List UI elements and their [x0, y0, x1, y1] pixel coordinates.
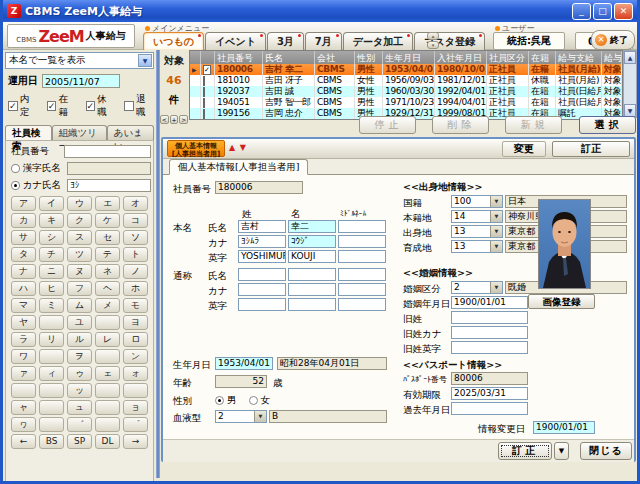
row-checkbox[interactable] [203, 87, 205, 97]
checkbox-icon[interactable] [124, 101, 134, 111]
kana-key[interactable]: ← [11, 434, 36, 449]
kana-key[interactable]: SP [67, 434, 92, 449]
kanji-name-radio[interactable] [11, 164, 20, 173]
kana-key[interactable] [39, 400, 64, 415]
kana-key[interactable]: ュ [67, 400, 92, 415]
origin-code-dropdown[interactable]: 13▼ [451, 225, 503, 238]
middle-kana-field[interactable] [338, 235, 386, 248]
kana-key[interactable]: エ [95, 196, 120, 211]
birthdate-field[interactable]: 1953/04/01 [215, 357, 273, 370]
checkbox-icon[interactable] [86, 101, 96, 111]
alias-given-roman-field[interactable] [288, 298, 336, 311]
col-name[interactable]: 氏名 [263, 51, 315, 64]
menu-pager-up-button[interactable]: ▴ [427, 32, 439, 40]
kana-key[interactable] [95, 400, 120, 415]
origin-code-dropdown[interactable]: 100▼ [451, 195, 503, 208]
alias-given-field[interactable] [288, 268, 336, 281]
kana-key[interactable]: チ [39, 247, 64, 262]
col-payroll[interactable]: 給与 [602, 51, 622, 64]
menu-tab[interactable]: イベント [205, 32, 266, 50]
col-pay-type[interactable]: 給与支給 [556, 51, 602, 64]
kana-key[interactable]: ゛ [67, 417, 92, 432]
maiden-name-field[interactable] [451, 311, 528, 324]
kana-key[interactable]: ァ [11, 366, 36, 381]
tab-personal-info[interactable]: 個人基本情報[人事担当者用] [169, 159, 308, 175]
kana-key[interactable]: ヤ [11, 315, 36, 330]
minimize-button[interactable]: _ [572, 3, 591, 20]
expiry-field[interactable]: 2025/03/31 [451, 387, 528, 400]
blood-type-dropdown[interactable]: 2▼ [215, 410, 267, 423]
kana-key[interactable]: ウ [67, 196, 92, 211]
kana-key[interactable] [39, 315, 64, 330]
kana-key[interactable]: ゜ [123, 417, 148, 432]
past-date-field[interactable] [451, 402, 528, 415]
kana-key[interactable]: → [123, 434, 148, 449]
kana-key[interactable]: ロ [123, 332, 148, 347]
origin-code-dropdown[interactable]: 14▼ [451, 210, 503, 223]
alias-family-kana-field[interactable] [238, 283, 286, 296]
chevron-down-icon[interactable]: ▼ [490, 241, 502, 252]
kana-key[interactable]: ス [67, 230, 92, 245]
kana-key[interactable]: ヨ [123, 315, 148, 330]
panel-up-down-icons[interactable]: ▲ ▼ [229, 143, 247, 152]
menu-tab[interactable]: マスタ登録 [414, 32, 485, 50]
kana-key[interactable]: マ [11, 298, 36, 313]
kana-key[interactable]: ト [123, 247, 148, 262]
menu-tab[interactable]: 3月 [267, 32, 304, 50]
kana-key[interactable]: ワ [11, 349, 36, 364]
kana-key[interactable]: ヒ [39, 281, 64, 296]
kana-key[interactable]: ヌ [67, 264, 92, 279]
gender-female-radio[interactable]: 女 [249, 394, 271, 407]
middle-name-field[interactable] [338, 220, 386, 233]
kana-key[interactable]: ネ [95, 264, 120, 279]
given-kana-field[interactable]: ｺｳｼﾞ [288, 235, 336, 248]
marriage-kbn-dropdown[interactable]: 2▼ [451, 281, 503, 294]
view-select-dropdown[interactable]: 本名で一覧を表示 ▼ [5, 52, 154, 69]
employee-row[interactable]: 181010 吉田 冴子 CBMS 女性 1956/09/03 1981/12/… [190, 75, 622, 86]
kana-key[interactable]: サ [11, 230, 36, 245]
kana-key[interactable]: カ [11, 213, 36, 228]
kana-key[interactable] [95, 383, 120, 398]
scroll-up-icon[interactable]: ▲ [624, 51, 636, 64]
kana-key[interactable] [123, 383, 148, 398]
menu-tab[interactable]: いつもの [143, 32, 204, 50]
kana-key[interactable]: ホ [123, 281, 148, 296]
kana-key[interactable]: ツ [67, 247, 92, 262]
kana-key[interactable] [39, 383, 64, 398]
search-tab[interactable]: 社員検索 [5, 125, 52, 140]
status-checkbox[interactable]: 退職 [124, 93, 154, 119]
operation-date-field[interactable]: 2005/11/07 [42, 74, 120, 88]
alias-family-roman-field[interactable] [238, 298, 286, 311]
family-kana-field[interactable]: ﾖｼﾑﾗ [238, 235, 286, 248]
col-status[interactable]: 在籍 [529, 51, 556, 64]
chevron-down-icon[interactable]: ▼ [490, 226, 502, 237]
col-gender[interactable]: 性別 [355, 51, 383, 64]
kana-key[interactable]: セ [95, 230, 120, 245]
kana-key[interactable]: ム [67, 298, 92, 313]
kana-key[interactable]: モ [123, 298, 148, 313]
kana-key[interactable]: ナ [11, 264, 36, 279]
middle-roman-field[interactable] [338, 250, 386, 263]
given-name-field[interactable]: 幸二 [288, 220, 336, 233]
kana-key[interactable] [95, 315, 120, 330]
search-tab[interactable]: 組織ツリー [52, 125, 107, 140]
kana-key[interactable]: ソ [123, 230, 148, 245]
kana-key[interactable]: ハ [11, 281, 36, 296]
alias-given-kana-field[interactable] [288, 283, 336, 296]
col-emp-no[interactable]: 社員番号 [215, 51, 263, 64]
kana-key[interactable] [11, 383, 36, 398]
origin-code-dropdown[interactable]: 13▼ [451, 240, 503, 253]
employee-row[interactable]: 180006 吉村 幸二 CBMS 男性 1953/04/01 1980/10/… [190, 64, 622, 75]
kana-key[interactable]: ェ [95, 366, 120, 381]
kana-key[interactable] [95, 349, 120, 364]
employee-row[interactable]: 192037 吉田 誠 CBMS 男性 1960/03/30 1992/04/0… [190, 86, 622, 97]
given-roman-field[interactable]: KOUJI [288, 250, 336, 263]
kana-key[interactable]: ラ [11, 332, 36, 347]
maximize-button[interactable]: □ [593, 3, 612, 20]
kana-key[interactable]: オ [123, 196, 148, 211]
select-button[interactable]: 選択 [579, 116, 636, 134]
kana-name-input[interactable]: ﾖｼ [67, 179, 151, 192]
kana-key[interactable]: ヲ [67, 349, 92, 364]
kana-key[interactable]: メ [95, 298, 120, 313]
kana-key[interactable] [39, 349, 64, 364]
